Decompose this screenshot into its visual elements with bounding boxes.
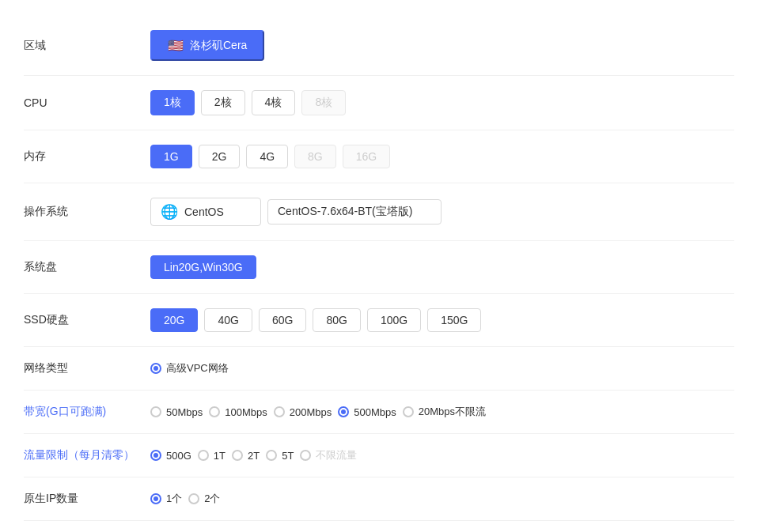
bandwidth-option-50Mbps[interactable]: 50Mbps bbox=[150, 406, 203, 418]
bandwidth-option-500Mbps[interactable]: 500Mbps bbox=[338, 406, 396, 418]
cpu-option-1核[interactable]: 1核 bbox=[150, 90, 195, 115]
cpu-option-2核[interactable]: 2核 bbox=[201, 90, 245, 115]
traffic-radio-circle bbox=[198, 450, 209, 461]
ip-radio-circle bbox=[150, 493, 161, 504]
traffic-radio-text: 2T bbox=[248, 450, 260, 462]
ip-count-options: 1个2个 bbox=[150, 492, 734, 506]
os-version-selector[interactable]: CentOS-7.6x64-BT(宝塔版) bbox=[267, 199, 442, 224]
region-button[interactable]: 🇺🇸 洛杉矶Cera bbox=[150, 30, 264, 61]
memory-label: 内存 bbox=[24, 149, 150, 164]
region-name: 洛杉矶Cera bbox=[190, 39, 247, 53]
bandwidth-radio-circle bbox=[209, 406, 220, 417]
ip-option-1个[interactable]: 1个 bbox=[150, 492, 182, 506]
cpu-options: 1核2核4核8核 bbox=[150, 90, 734, 115]
system-disk-value: Lin20G,Win30G bbox=[164, 261, 243, 274]
network-type-radio[interactable]: 高级VPC网络 bbox=[150, 361, 229, 375]
ssd-option-150G[interactable]: 150G bbox=[427, 308, 481, 332]
form-container: 区域 🇺🇸 洛杉矶Cera CPU 1核2核4核8核 内存 1G2G4G8G16… bbox=[0, 0, 758, 532]
cpu-row: CPU 1核2核4核8核 bbox=[24, 76, 734, 130]
bandwidth-radio-circle bbox=[338, 406, 349, 417]
ssd-option-100G[interactable]: 100G bbox=[367, 308, 421, 332]
bandwidth-option-100Mbps[interactable]: 100Mbps bbox=[209, 406, 267, 418]
bandwidth-option-20Mbps不限流[interactable]: 20Mbps不限流 bbox=[403, 405, 486, 419]
memory-option-16G: 16G bbox=[343, 145, 390, 168]
bandwidth-radio-text: 100Mbps bbox=[225, 406, 267, 418]
network-type-label: 网络类型 bbox=[24, 361, 150, 375]
os-row: 操作系统 🌐 CentOS CentOS-7.6x64-BT(宝塔版) bbox=[24, 183, 734, 241]
ssd-option-40G[interactable]: 40G bbox=[204, 308, 252, 332]
bandwidth-options: 50Mbps100Mbps200Mbps500Mbps20Mbps不限流 bbox=[150, 405, 734, 419]
ssd-option-20G[interactable]: 20G bbox=[150, 308, 198, 332]
ssd-row: SSD硬盘 20G40G60G80G100G150G bbox=[24, 294, 734, 347]
flag-icon: 🇺🇸 bbox=[168, 38, 184, 53]
os-version-text: CentOS-7.6x64-BT(宝塔版) bbox=[278, 205, 412, 219]
traffic-option-1T[interactable]: 1T bbox=[198, 450, 226, 462]
traffic-radio-circle bbox=[300, 450, 311, 461]
ip-radio-circle bbox=[188, 493, 199, 504]
traffic-radio-circle bbox=[232, 450, 243, 461]
bandwidth-radio-text: 200Mbps bbox=[290, 406, 332, 418]
network-type-radio-circle bbox=[150, 363, 161, 374]
ip-radio-text: 2个 bbox=[204, 492, 220, 506]
traffic-radio-text: 500G bbox=[166, 450, 191, 462]
cpu-option-4核[interactable]: 4核 bbox=[252, 90, 296, 115]
region-label: 区域 bbox=[24, 39, 150, 53]
bandwidth-radio-circle bbox=[274, 406, 285, 417]
ip-option-2个[interactable]: 2个 bbox=[188, 492, 220, 506]
memory-options: 1G2G4G8G16G bbox=[150, 145, 734, 168]
traffic-radio-text: 5T bbox=[282, 450, 294, 462]
ip-count-label: 原生IP数量 bbox=[24, 492, 150, 506]
memory-option-2G[interactable]: 2G bbox=[199, 145, 241, 168]
bandwidth-radio-circle bbox=[150, 406, 161, 417]
cpu-option-8核: 8核 bbox=[301, 90, 346, 115]
ssd-option-80G[interactable]: 80G bbox=[313, 308, 360, 332]
network-type-content: 高级VPC网络 bbox=[150, 361, 734, 375]
bandwidth-radio-text: 50Mbps bbox=[166, 406, 203, 418]
system-disk-button[interactable]: Lin20G,Win30G bbox=[150, 255, 256, 279]
memory-option-4G[interactable]: 4G bbox=[246, 145, 288, 168]
os-name: CentOS bbox=[184, 206, 224, 218]
system-disk-row: 系统盘 Lin20G,Win30G bbox=[24, 241, 734, 294]
region-content: 🇺🇸 洛杉矶Cera bbox=[150, 30, 734, 61]
ip-radio-text: 1个 bbox=[166, 492, 182, 506]
ip-count-row: 原生IP数量 1个2个 bbox=[24, 477, 734, 521]
memory-option-8G: 8G bbox=[294, 145, 336, 168]
bandwidth-option-200Mbps[interactable]: 200Mbps bbox=[274, 406, 332, 418]
bandwidth-row: 带宽(G口可跑满) 50Mbps100Mbps200Mbps500Mbps20M… bbox=[24, 391, 734, 434]
memory-option-1G[interactable]: 1G bbox=[150, 145, 192, 168]
system-disk-label: 系统盘 bbox=[24, 260, 150, 274]
bandwidth-radio-circle bbox=[403, 406, 414, 417]
traffic-radio-circle bbox=[266, 450, 277, 461]
network-type-row: 网络类型 高级VPC网络 bbox=[24, 347, 734, 391]
centos-icon: 🌐 bbox=[161, 203, 178, 221]
ssd-label: SSD硬盘 bbox=[24, 313, 150, 327]
os-selector[interactable]: 🌐 CentOS bbox=[150, 198, 261, 226]
memory-row: 内存 1G2G4G8G16G bbox=[24, 130, 734, 183]
ssd-option-60G[interactable]: 60G bbox=[259, 308, 306, 332]
traffic-radio-text: 不限流量 bbox=[316, 448, 357, 462]
bandwidth-radio-text: 500Mbps bbox=[354, 406, 396, 418]
ssd-options: 20G40G60G80G100G150G bbox=[150, 308, 734, 332]
traffic-option-2T[interactable]: 2T bbox=[232, 450, 260, 462]
traffic-row: 流量限制（每月清零） 500G1T2T5T不限流量 bbox=[24, 434, 734, 477]
traffic-option-不限流量: 不限流量 bbox=[300, 448, 357, 462]
traffic-option-500G[interactable]: 500G bbox=[150, 450, 191, 462]
os-label: 操作系统 bbox=[24, 205, 150, 219]
traffic-radio-text: 1T bbox=[214, 450, 226, 462]
network-type-text: 高级VPC网络 bbox=[166, 361, 229, 375]
traffic-option-5T[interactable]: 5T bbox=[266, 450, 294, 462]
snapshot-row: 快照数量 不需要 bbox=[24, 521, 734, 532]
cpu-label: CPU bbox=[24, 96, 150, 109]
traffic-radio-circle bbox=[150, 450, 161, 461]
os-content: 🌐 CentOS CentOS-7.6x64-BT(宝塔版) bbox=[150, 198, 734, 226]
bandwidth-label: 带宽(G口可跑满) bbox=[24, 405, 150, 419]
bandwidth-radio-text: 20Mbps不限流 bbox=[419, 405, 486, 419]
system-disk-content: Lin20G,Win30G bbox=[150, 255, 734, 279]
region-row: 区域 🇺🇸 洛杉矶Cera bbox=[24, 16, 734, 76]
traffic-label: 流量限制（每月清零） bbox=[24, 448, 150, 462]
traffic-options: 500G1T2T5T不限流量 bbox=[150, 448, 734, 462]
